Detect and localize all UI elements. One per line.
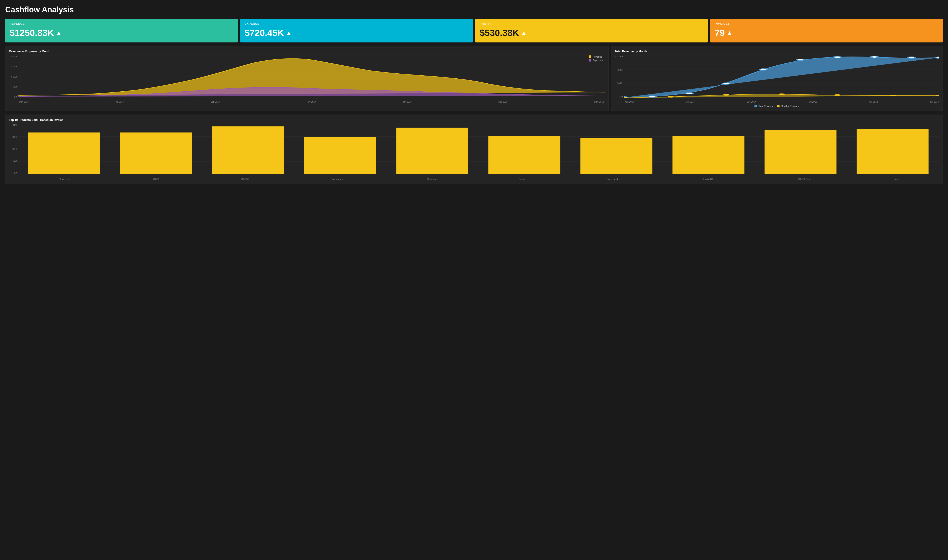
revenue-vs-expense-chart: $200K $150K $100K $50K $0K — [9, 55, 605, 103]
svg-point-12 — [722, 83, 730, 85]
charts-row: Revenue vs Expense by Month $200K $150K … — [5, 46, 943, 111]
svg-point-23 — [834, 94, 840, 96]
revenue-vs-expense-panel: Revenue vs Expense by Month $200K $150K … — [5, 46, 608, 111]
legend-monthly-revenue: Monthly Revenue — [777, 105, 800, 108]
kpi-value-expense: $720.45K ▲ — [245, 28, 468, 38]
kpi-value-revenue: $1250.83K ▲ — [9, 28, 233, 38]
total-revenue-title: Total Revenue by Month — [615, 49, 939, 53]
kpi-card-profit: PROFIT $530.38K ▲ — [475, 18, 708, 42]
kpi-card-invoices: INVOICES 79 ▲ — [710, 18, 943, 42]
legend-box-revenue — [589, 55, 591, 58]
chart-inner-rev-exp: Revenue Expenses — [18, 55, 605, 98]
svg-rect-36 — [488, 136, 560, 174]
x-axis-bars: Brake pump C1-01 OT-306 Panini sandw... … — [18, 178, 939, 180]
kpi-arrow-revenue: ▲ — [56, 29, 62, 36]
bar-chart-inner — [18, 124, 939, 174]
x-axis-total-rev: Aug 2017 Oct 2017 Dec 2017 Feb 2018 Apr … — [624, 101, 939, 103]
svg-point-17 — [908, 57, 915, 58]
total-revenue-svg — [624, 55, 939, 98]
top-products-panel: Top 10 Products Sold - Based on Invoice … — [5, 115, 943, 184]
kpi-card-revenue: REVENUE $1250.83K ▲ — [5, 18, 238, 42]
y-axis-bars: $40K $30K $20K $10K $0K — [9, 124, 18, 174]
kpi-arrow-expense: ▲ — [286, 29, 292, 36]
total-revenue-panel: Total Revenue by Month $1,200K $800K $40… — [611, 46, 943, 111]
svg-rect-31 — [28, 132, 100, 174]
x-axis-rev-exp: May 2017 Jul 2017 Sep 2017 Nov 2017 Jan … — [18, 101, 605, 103]
svg-point-24 — [890, 95, 896, 96]
total-revenue-chart: $1,200K $800K $400K $0K — [615, 55, 939, 103]
kpi-value-invoices: 79 ▲ — [715, 28, 939, 38]
total-rev-legend: Total Revenue Monthly Revenue — [615, 105, 939, 108]
svg-point-18 — [936, 57, 939, 58]
legend-revenue: Revenue — [589, 55, 603, 58]
revenue-vs-expense-title: Revenue vs Expense by Month — [9, 49, 605, 53]
kpi-label-expense: EXPENSE — [245, 22, 468, 25]
svg-point-22 — [779, 94, 785, 95]
legend-circle-total-revenue — [754, 105, 757, 108]
legend-box-expenses — [589, 59, 591, 62]
kpi-arrow-profit: ▲ — [521, 29, 527, 36]
svg-rect-34 — [304, 137, 376, 174]
svg-point-10 — [648, 96, 656, 97]
kpi-arrow-invoices: ▲ — [726, 29, 733, 36]
revenue-vs-expense-svg — [18, 55, 605, 98]
svg-point-20 — [668, 96, 673, 97]
svg-point-15 — [834, 56, 841, 58]
svg-point-14 — [797, 59, 804, 61]
page-title: Cashflow Analysis — [5, 5, 943, 14]
legend-expenses: Expenses — [589, 59, 603, 62]
svg-rect-40 — [857, 129, 928, 174]
bar-chart-area: $40K $30K $20K $10K $0K — [9, 124, 939, 180]
rev-exp-legend: Revenue Expenses — [589, 55, 603, 62]
kpi-label-profit: PROFIT — [480, 22, 703, 25]
y-axis-rev-exp: $200K $150K $100K $50K $0K — [9, 55, 18, 98]
svg-point-11 — [685, 92, 693, 94]
chart-inner-total-rev — [624, 55, 939, 98]
kpi-card-expense: EXPENSE $720.45K ▲ — [240, 18, 473, 42]
svg-rect-38 — [673, 136, 744, 174]
svg-point-21 — [723, 94, 729, 95]
svg-rect-39 — [765, 130, 836, 174]
kpi-value-profit: $530.38K ▲ — [480, 28, 703, 38]
kpi-label-invoices: INVOICES — [715, 22, 939, 25]
svg-point-25 — [936, 95, 939, 96]
svg-point-16 — [871, 56, 878, 58]
legend-total-revenue: Total Revenue — [754, 105, 773, 108]
kpi-label-revenue: REVENUE — [9, 22, 233, 25]
kpi-row: REVENUE $1250.83K ▲ EXPENSE $720.45K ▲ P… — [5, 18, 943, 42]
svg-rect-37 — [580, 138, 652, 174]
svg-rect-32 — [120, 132, 192, 174]
top-products-title: Top 10 Products Sold - Based on Invoice — [9, 118, 939, 122]
svg-rect-33 — [212, 126, 284, 174]
legend-circle-monthly-revenue — [777, 105, 780, 108]
svg-rect-35 — [396, 128, 468, 174]
y-axis-total-rev: $1,200K $800K $400K $0K — [615, 55, 624, 98]
svg-point-13 — [760, 69, 767, 71]
bar-chart-svg — [18, 124, 939, 174]
